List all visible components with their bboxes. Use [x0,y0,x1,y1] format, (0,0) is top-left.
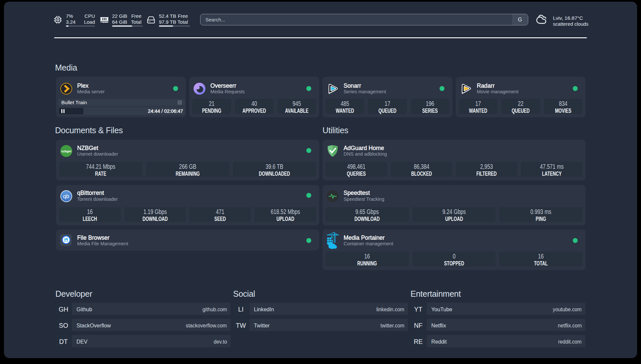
svg-text:nzbget: nzbget [61,149,72,153]
svg-text:qb: qb [63,193,69,199]
